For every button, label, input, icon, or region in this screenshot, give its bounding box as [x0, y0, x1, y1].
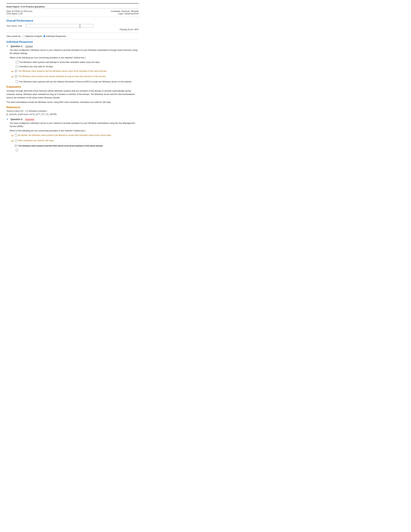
collapse-icon-1[interactable]: ▼: [6, 45, 8, 48]
question-2-label: Question 2:: [11, 118, 23, 121]
question-2-text: Which of the following are true concerni…: [10, 129, 139, 132]
q1-option-2: Activations are only valid for 30 days.: [11, 65, 139, 68]
q1-option-3: ➡ The Windows client systems and the Win…: [11, 69, 139, 74]
individual-responses-input[interactable]: [43, 35, 46, 37]
overall-performance-title: Overall Performance: [6, 19, 139, 22]
references-title-1: References: [6, 106, 139, 109]
q2-checkbox-4[interactable]: [16, 149, 18, 151]
q1-option-1: The Windows client systems will attempt …: [11, 61, 139, 64]
q2-option-2: ➡ KMS activations are valid for 180 days…: [11, 139, 139, 143]
score-bar-fill: [26, 24, 34, 28]
q1-option-5-text: The Windows client systems will use the …: [19, 80, 132, 83]
question-1-options: The Windows client systems will attempt …: [11, 61, 139, 83]
passing-marker: [80, 24, 80, 28]
q1-option-2-text: Activations are only valid for 30 days.: [19, 65, 54, 68]
explanation-text-1b: The client workstations locate the Windo…: [6, 101, 139, 104]
meta-left: Date: 6/7/2020 12:35:22 pm Time Spent: 1…: [6, 10, 32, 15]
q1-checkbox-1[interactable]: [16, 61, 18, 63]
question-1: ▼ Question 1: Correct You have configure…: [6, 45, 139, 116]
arrow-icon-4: ➡: [11, 75, 14, 79]
login-label: Login: mbowman2016: [111, 12, 139, 15]
explanation-text-1a: Activation through Microsoft Active Dire…: [6, 89, 139, 99]
q2-option-3: The Windows client systems and the KMS s…: [15, 144, 139, 148]
collapse-icon-2[interactable]: ▼: [6, 118, 8, 120]
question-2-intro: You have configured a Windows server in …: [10, 122, 139, 128]
score-bar: [26, 24, 93, 28]
objective-analysis-radio[interactable]: Objective Analysis: [22, 35, 42, 38]
arrow-icon-3: ➡: [11, 70, 14, 74]
question-1-intro: You have configured a Windows server in …: [10, 48, 139, 55]
q1-option-4: ➡ The Windows client systems will remain…: [11, 75, 139, 79]
score-row: Your Score: 12%: [6, 24, 139, 28]
question-2-status: Incorrect: [25, 118, 34, 121]
q2-option-1-text: By default, the Windows client systems w…: [18, 134, 112, 137]
q1-checkbox-3[interactable]: [15, 70, 17, 72]
q1-option-3-text: The Windows client systems and the Windo…: [18, 69, 107, 73]
question-1-label: Question 1:: [11, 45, 23, 48]
objective-analysis-input[interactable]: [22, 35, 25, 37]
q2-arrow-icon-1: ➡: [11, 134, 14, 138]
date-label: Date: 6/7/2020 12:35:22 pm: [6, 10, 32, 12]
question-2: ▼ Question 2: Incorrect You have configu…: [6, 118, 139, 151]
passing-score-label: Passing Score: 80%: [26, 28, 139, 31]
q2-option-4: [11, 149, 139, 151]
individual-responses-label: Individual Responses: [46, 35, 66, 38]
q2-arrow-icon-2: ➡: [11, 139, 14, 143]
individual-responses-radio[interactable]: Individual Responses: [43, 35, 66, 38]
candidate-label: Candidate: Bowman, Michelle: [111, 10, 139, 12]
individual-responses-title: Individual Responses: [6, 39, 139, 43]
q2-option-2-text: KMS activations are valid for 180 days.: [18, 139, 54, 142]
q1-checkbox-2[interactable]: [16, 65, 18, 67]
question-2-options: ➡ By default, the Windows client systems…: [11, 134, 139, 151]
q1-checkbox-5[interactable]: [16, 80, 18, 83]
q2-option-3-text: The Windows client systems and the KMS s…: [18, 144, 103, 148]
question-1-status: Correct: [25, 45, 33, 48]
objective-analysis-label: Objective Analysis: [25, 35, 42, 38]
exam-title: Exam Report: 2.3.5 Practice Questions: [6, 5, 139, 9]
question-1-text: Which of the following are true concerni…: [10, 56, 139, 59]
q1-option-5: The Windows client systems will use the …: [11, 80, 139, 83]
q1-option-4-text: The Windows client systems will remain a…: [18, 75, 106, 78]
question-1-header: ▼ Question 1: Correct: [6, 45, 139, 48]
q2-checkbox-3[interactable]: [15, 145, 17, 147]
q2-checkbox-2[interactable]: [15, 139, 17, 142]
view-results-row: View results by: Objective Analysis Indi…: [6, 35, 139, 38]
meta-right: Candidate: Bowman, Michelle Login: mbowm…: [111, 10, 139, 15]
q2-checkbox-1[interactable]: [15, 134, 17, 136]
q2-option-1: ➡ By default, the Windows client systems…: [11, 134, 139, 138]
references-text-1a: TestOut Client Pro - 2.3 Windows Activat…: [6, 109, 139, 113]
time-label: Time Spent: 1:28: [6, 12, 32, 15]
view-results-label: View results by:: [6, 35, 21, 38]
q1-option-1-text: The Windows client systems will attempt …: [19, 61, 100, 64]
score-label: Your Score: 12%: [6, 25, 26, 27]
explanation-title-1: Explanation: [6, 86, 139, 88]
question-2-header: ▼ Question 2: Incorrect: [6, 118, 139, 121]
q1-checkbox-4[interactable]: [15, 75, 17, 77]
references-text-1b: [e_winactiv_wcp6.exam.xml Q_ACT_FCT_01_W…: [6, 113, 139, 116]
